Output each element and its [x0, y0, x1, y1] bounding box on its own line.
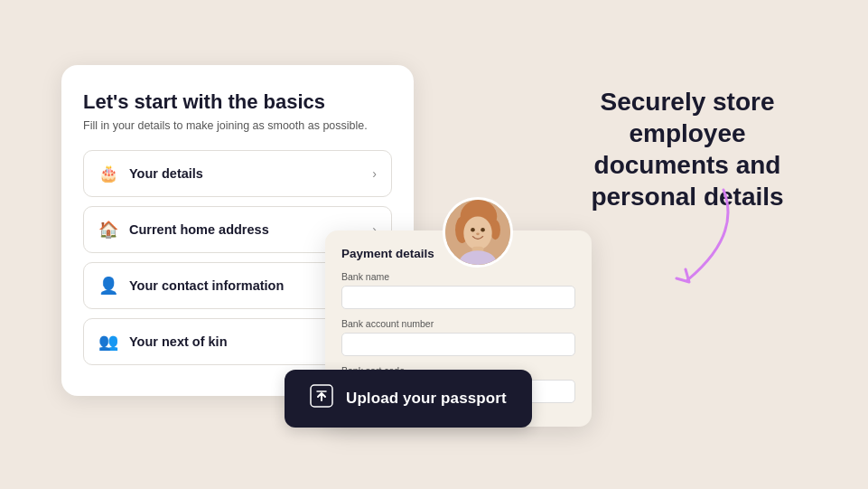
upload-icon [310, 384, 333, 413]
svg-point-3 [490, 220, 500, 240]
form-item-label-home-address: Current home address [129, 222, 269, 237]
birthday-icon: 🎂 [98, 164, 118, 183]
bank-name-input[interactable] [341, 286, 575, 309]
upload-passport-button[interactable]: Upload your passport [285, 370, 532, 428]
contact-icon: 👤 [98, 276, 118, 296]
chevron-icon-0: › [372, 166, 377, 181]
decorative-arrow [579, 181, 760, 298]
form-item-label-next-of-kin: Your next of kin [129, 334, 228, 349]
form-item-your-details[interactable]: 🎂 Your details › [83, 150, 392, 197]
bank-account-label: Bank account number [341, 318, 575, 329]
form-item-label-your-details: Your details [129, 166, 203, 181]
form-item-label-contact-info: Your contact information [129, 278, 284, 293]
svg-point-7 [476, 232, 480, 235]
svg-point-6 [481, 228, 485, 232]
home-icon: 🏠 [98, 220, 118, 240]
upload-btn-label: Upload your passport [346, 390, 507, 408]
form-card-title: Let's start with the basics [83, 90, 392, 114]
svg-point-5 [471, 228, 475, 232]
bank-name-label: Bank name [341, 271, 575, 282]
form-card-subtitle: Fill in your details to make joining as … [83, 119, 392, 132]
kin-icon: 👥 [98, 332, 118, 352]
bank-account-input[interactable] [341, 333, 575, 356]
avatar [443, 197, 513, 268]
